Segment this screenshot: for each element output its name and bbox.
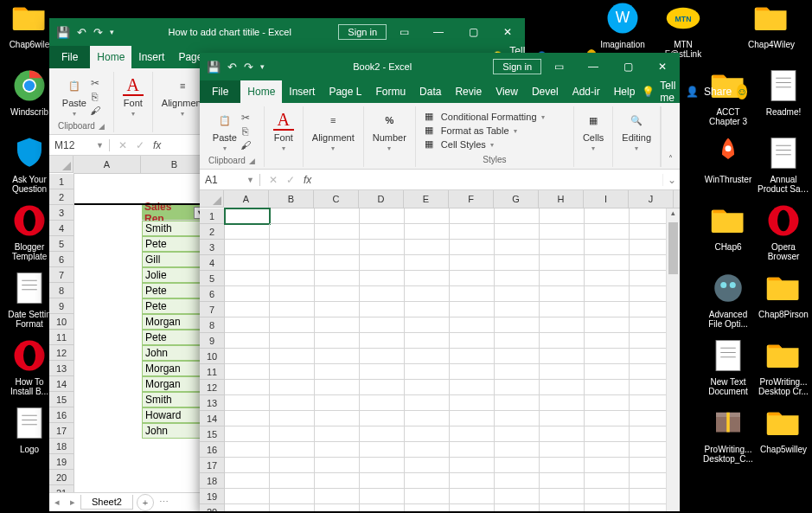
cell[interactable] [585,255,630,271]
cell[interactable] [315,240,360,255]
row-header[interactable]: 18 [49,439,74,454]
cell[interactable] [495,349,540,364]
cell[interactable] [450,458,495,473]
cell[interactable] [360,333,405,349]
cell[interactable] [225,302,270,317]
cell[interactable] [315,426,360,442]
cell[interactable] [315,504,360,511]
copy-icon[interactable]: ⎘ [90,91,100,103]
expand-formula-icon[interactable]: ⌄ [662,174,680,186]
cell[interactable] [405,317,450,333]
cell[interactable] [540,411,585,426]
row-header[interactable]: 5 [49,236,74,252]
cell[interactable] [540,380,585,395]
cell[interactable] [360,395,405,411]
cell[interactable] [540,317,585,333]
cell[interactable] [225,489,270,504]
cell[interactable] [405,458,450,473]
row-header[interactable]: 16 [200,442,224,458]
cell[interactable] [585,411,630,426]
cell[interactable] [405,286,450,302]
tab-file[interactable]: File [200,80,240,103]
minimize-icon[interactable]: — [576,61,611,73]
column-header[interactable]: F [449,190,494,208]
desktop-icon[interactable]: ProWriting...Desktop Cr... [758,337,809,396]
cell[interactable] [495,380,540,395]
cell[interactable] [450,208,495,224]
tab-help[interactable]: Help [607,80,643,103]
cell[interactable] [585,271,630,286]
enter-formula-icon[interactable]: ✓ [136,139,144,151]
cell[interactable] [585,442,630,458]
cell[interactable] [270,224,315,240]
desktop-icon[interactable]: Readme! [758,67,809,117]
cell[interactable] [585,473,630,489]
row-header[interactable]: 13 [49,361,74,376]
desktop-icon[interactable]: Date SettinFormat [3,270,55,329]
cell[interactable] [315,302,360,317]
cell[interactable] [225,317,270,333]
cell[interactable] [270,286,315,302]
dialog-launcher-icon[interactable]: ◢ [99,122,105,131]
desktop-icon[interactable]: ProWriting...Desktop_C... [702,405,754,464]
cell[interactable] [270,458,315,473]
close-icon[interactable]: ✕ [490,26,525,38]
editing-button[interactable]: 🔍Editing▾ [622,110,651,152]
cell[interactable] [585,489,630,504]
row-header[interactable]: 16 [49,407,74,423]
cell[interactable] [270,255,315,271]
row-header[interactable]: 11 [49,330,74,345]
cell[interactable] [270,395,315,411]
tab-insert[interactable]: Insert [282,80,322,103]
tab-formulas[interactable]: Formu [368,80,412,103]
cell[interactable] [450,224,495,240]
cell[interactable] [270,473,315,489]
cell[interactable] [540,255,585,271]
cell[interactable] [360,240,405,255]
cell[interactable] [405,411,450,426]
cut-icon[interactable]: ✂ [90,77,100,89]
column-header[interactable]: B [141,156,208,173]
cell[interactable] [540,504,585,511]
desktop-icon[interactable]: Ask YourQuestion [3,135,55,194]
cell[interactable] [360,411,405,426]
row-header[interactable]: 17 [49,423,74,439]
cell[interactable] [540,286,585,302]
cell[interactable] [585,333,630,349]
row-header[interactable]: 14 [200,411,224,426]
tab-insert[interactable]: Insert [131,46,171,68]
cell[interactable] [315,224,360,240]
copy-icon[interactable]: ⎘ [240,125,251,138]
row-header[interactable]: 13 [200,395,224,411]
cell[interactable] [360,224,405,240]
cell[interactable] [225,208,270,224]
cell[interactable] [450,271,495,286]
tab-view[interactable]: View [489,80,525,103]
cell[interactable] [315,395,360,411]
cell[interactable] [225,224,270,240]
cell[interactable] [315,271,360,286]
cell[interactable] [270,271,315,286]
column-header[interactable]: C [314,190,359,208]
column-header[interactable]: B [269,190,314,208]
cell[interactable] [585,380,630,395]
cell[interactable] [270,349,315,364]
cell[interactable] [405,442,450,458]
row-header[interactable]: 10 [49,314,74,330]
cell[interactable] [360,380,405,395]
cell[interactable] [540,271,585,286]
desktop-icon[interactable]: WImagination [597,0,649,49]
row-header[interactable]: 1 [200,208,224,224]
desktop-icon[interactable]: BloggerTemplate [3,202,55,261]
fx-icon[interactable]: fx [304,174,311,186]
tab-home[interactable]: Home [90,46,131,68]
vertical-scrollbar[interactable]: ▴ ▾ [666,208,680,511]
row-header[interactable]: 21 [49,485,74,492]
row-header[interactable]: 11 [200,364,224,380]
maximize-icon[interactable]: ▢ [611,61,645,73]
name-box[interactable]: M12▼ [49,139,110,151]
row-header[interactable]: 1 [49,174,74,189]
close-icon[interactable]: ✕ [645,61,680,73]
scroll-thumb[interactable] [668,222,678,274]
cell[interactable] [495,426,540,442]
